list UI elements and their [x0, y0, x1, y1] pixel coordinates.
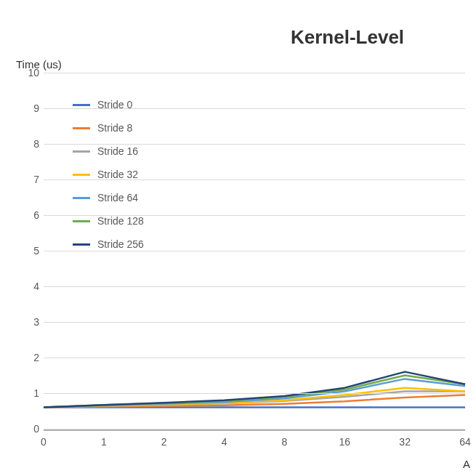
legend-swatch: [73, 150, 90, 153]
y-tick-label: 4: [22, 281, 39, 292]
x-tick-label: 8: [282, 436, 288, 448]
legend-item: Stride 32: [73, 163, 144, 186]
legend-swatch: [73, 220, 90, 222]
legend-swatch: [73, 174, 90, 176]
legend-item: Stride 8: [73, 116, 144, 140]
x-tick-label: 1: [101, 436, 107, 448]
legend-item: Stride 256: [73, 233, 144, 256]
y-tick-label: 0: [22, 423, 39, 435]
y-tick-label: 5: [22, 245, 39, 257]
x-tick-label: 32: [399, 436, 411, 448]
legend-item: Stride 16: [73, 140, 144, 163]
gridline: [44, 393, 465, 394]
chart-title: Kernel-Level: [291, 26, 404, 49]
gridline: [44, 322, 465, 323]
x-tick-label: 0: [41, 436, 47, 448]
legend-swatch: [73, 127, 90, 129]
x-tick-label: 4: [222, 436, 227, 448]
gridline: [44, 358, 465, 358]
y-tick-label: 6: [22, 209, 39, 221]
legend-swatch: [73, 104, 90, 106]
legend-label: Stride 32: [97, 169, 138, 180]
x-tick-label: 64: [459, 436, 471, 448]
legend-label: Stride 8: [97, 122, 132, 134]
y-tick-label: 7: [22, 174, 39, 185]
x-tick-label: 16: [339, 436, 350, 448]
gridline: [44, 73, 465, 73]
y-tick-label: 8: [22, 138, 39, 150]
legend-swatch: [73, 197, 90, 199]
legend-item: Stride 0: [73, 93, 144, 116]
y-tick-label: 3: [22, 316, 39, 328]
x-axis-title: A: [463, 458, 470, 470]
legend: Stride 0Stride 8Stride 16Stride 32Stride…: [73, 93, 144, 256]
x-tick-label: 2: [161, 436, 167, 448]
gridline: [44, 286, 465, 287]
legend-label: Stride 16: [97, 145, 138, 157]
y-tick-label: 10: [22, 67, 39, 78]
y-tick-label: 2: [22, 352, 39, 363]
legend-swatch: [73, 243, 90, 246]
legend-item: Stride 128: [73, 209, 144, 233]
y-tick-label: 1: [22, 387, 39, 399]
legend-label: Stride 128: [97, 215, 144, 227]
legend-label: Stride 256: [97, 238, 144, 250]
gridline: [44, 429, 465, 429]
legend-label: Stride 64: [97, 192, 138, 203]
legend-label: Stride 0: [97, 99, 132, 110]
legend-item: Stride 64: [73, 186, 144, 209]
y-tick-label: 9: [22, 102, 39, 114]
chart-container: Kernel-Level Time (us) A Stride 0Stride …: [0, 0, 476, 476]
